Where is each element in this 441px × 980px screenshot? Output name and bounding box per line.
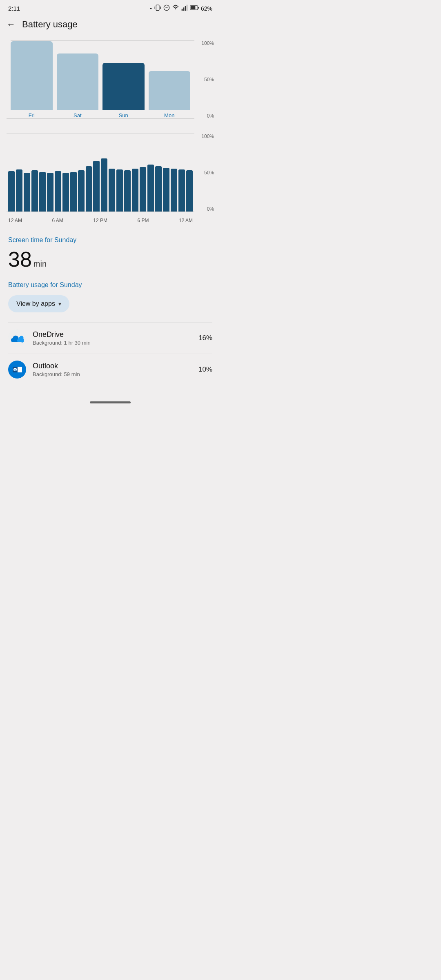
bottom-nav <box>0 396 220 407</box>
week-label-fri: Fri <box>29 112 35 118</box>
hourly-bars[interactable] <box>7 134 194 212</box>
hour-bar-18 <box>147 165 154 212</box>
nav-indicator <box>90 401 131 403</box>
status-icons: ● <box>150 4 212 13</box>
weekly-y-labels: 100% 50% 0% <box>201 40 214 119</box>
hourly-y-100: 100% <box>201 134 214 139</box>
svg-rect-3 <box>182 9 183 11</box>
hour-bar-19 <box>155 166 162 212</box>
hour-bar-15 <box>124 170 131 212</box>
y-label-50: 50% <box>204 77 214 82</box>
week-bar-fri[interactable] <box>11 41 53 110</box>
hour-bar-8 <box>70 172 77 212</box>
svg-text:O: O <box>14 369 16 371</box>
notification-dot-icon: ● <box>150 7 152 10</box>
y-label-0: 0% <box>207 113 214 119</box>
svg-rect-8 <box>191 6 196 9</box>
outlook-name: Outlook <box>33 362 192 370</box>
screen-time-number: 38 <box>8 247 32 271</box>
hour-bar-4 <box>39 172 46 212</box>
svg-rect-5 <box>185 6 186 11</box>
x-label-12pm: 12 PM <box>93 218 107 223</box>
wifi-icon <box>172 4 179 12</box>
hour-bar-12 <box>101 158 107 212</box>
hour-bar-11 <box>93 161 100 212</box>
screen-time-value-row: 38min <box>8 249 212 270</box>
x-label-6am: 6 AM <box>52 218 63 223</box>
week-bar-sun[interactable] <box>102 63 145 110</box>
outlook-percent: 10% <box>198 365 212 374</box>
weekly-bars[interactable]: FriSatSunMon <box>7 40 194 119</box>
outlook-app-icon: O <box>8 361 26 379</box>
week-label-mon: Mon <box>164 112 174 118</box>
hour-bar-10 <box>86 166 92 212</box>
dnd-icon <box>163 4 170 12</box>
battery-percent: 62% <box>201 5 212 12</box>
onedrive-detail: Background: 1 hr 30 min <box>33 340 192 346</box>
hour-bar-17 <box>140 167 146 212</box>
week-bar-group-fri[interactable]: Fri <box>11 40 53 118</box>
week-label-sat: Sat <box>74 112 82 118</box>
hourly-y-50: 50% <box>204 170 214 176</box>
hourly-chart[interactable]: 12 AM 6 AM 12 PM 6 PM 12 AM 100% 50% 0% <box>7 134 214 223</box>
vibrate-icon <box>154 4 161 13</box>
outlook-detail: Background: 59 min <box>33 371 192 377</box>
week-bar-mon[interactable] <box>149 71 191 110</box>
hour-bar-0 <box>8 171 15 212</box>
weekly-chart[interactable]: FriSatSunMon 100% 50% 0% <box>7 40 214 130</box>
screen-time-unit: min <box>33 259 47 268</box>
y-label-100: 100% <box>201 40 214 46</box>
hourly-x-labels: 12 AM 6 AM 12 PM 6 PM 12 AM <box>7 218 194 223</box>
hour-bar-23 <box>186 170 193 212</box>
battery-icon <box>190 5 199 12</box>
chevron-down-icon: ▾ <box>58 301 61 307</box>
hourly-y-labels: 100% 50% 0% <box>201 134 214 212</box>
week-bar-group-mon[interactable]: Mon <box>149 40 191 118</box>
view-by-apps-label: View by apps <box>16 300 55 307</box>
week-bar-group-sun[interactable]: Sun <box>102 40 145 118</box>
charts-section: FriSatSunMon 100% 50% 0% 12 AM 6 AM 12 P… <box>0 34 220 223</box>
status-bar: 2:11 ● <box>0 0 220 15</box>
status-time: 2:11 <box>8 5 20 12</box>
onedrive-app-icon <box>8 329 26 347</box>
hour-bar-16 <box>132 169 138 212</box>
x-label-6pm: 6 PM <box>137 218 149 223</box>
week-label-sun: Sun <box>119 112 128 118</box>
hour-bar-6 <box>55 171 61 212</box>
week-bar-group-sat[interactable]: Sat <box>57 40 99 118</box>
svg-rect-6 <box>187 5 188 11</box>
hour-bar-14 <box>116 169 123 212</box>
view-by-apps-button[interactable]: View by apps ▾ <box>8 295 69 312</box>
onedrive-percent: 16% <box>198 334 212 342</box>
outlook-info: Outlook Background: 59 min <box>33 362 192 377</box>
hour-bar-2 <box>24 173 30 212</box>
week-bar-sat[interactable] <box>57 53 99 110</box>
screen-time-label: Screen time for Sunday <box>8 236 212 244</box>
app-item-onedrive[interactable]: OneDrive Background: 1 hr 30 min 16% <box>8 322 212 354</box>
hour-bar-13 <box>109 169 115 212</box>
x-label-12am-start: 12 AM <box>8 218 22 223</box>
page-title: Battery usage <box>22 19 78 30</box>
onedrive-info: OneDrive Background: 1 hr 30 min <box>33 330 192 346</box>
app-list: OneDrive Background: 1 hr 30 min 16% O O… <box>8 322 212 385</box>
hour-bar-20 <box>163 168 169 212</box>
stats-section: Screen time for Sunday 38min Battery usa… <box>0 227 220 388</box>
hourly-y-0: 0% <box>207 206 214 212</box>
x-label-12am-end: 12 AM <box>179 218 193 223</box>
svg-rect-0 <box>156 5 159 11</box>
battery-usage-label: Battery usage for Sunday <box>8 281 212 289</box>
signal-icon <box>181 4 188 12</box>
hour-bar-7 <box>62 173 69 212</box>
app-item-outlook[interactable]: O Outlook Background: 59 min 10% <box>8 354 212 385</box>
svg-rect-10 <box>17 367 22 372</box>
hour-bar-1 <box>16 169 22 212</box>
top-bar: ← Battery usage <box>0 15 220 34</box>
hour-bar-3 <box>31 170 38 212</box>
back-button[interactable]: ← <box>7 19 16 30</box>
svg-rect-4 <box>183 7 185 11</box>
hour-bar-22 <box>178 169 185 212</box>
hour-bar-21 <box>171 169 177 212</box>
onedrive-name: OneDrive <box>33 330 192 339</box>
hour-bar-5 <box>47 173 53 212</box>
hour-bar-9 <box>78 170 85 212</box>
